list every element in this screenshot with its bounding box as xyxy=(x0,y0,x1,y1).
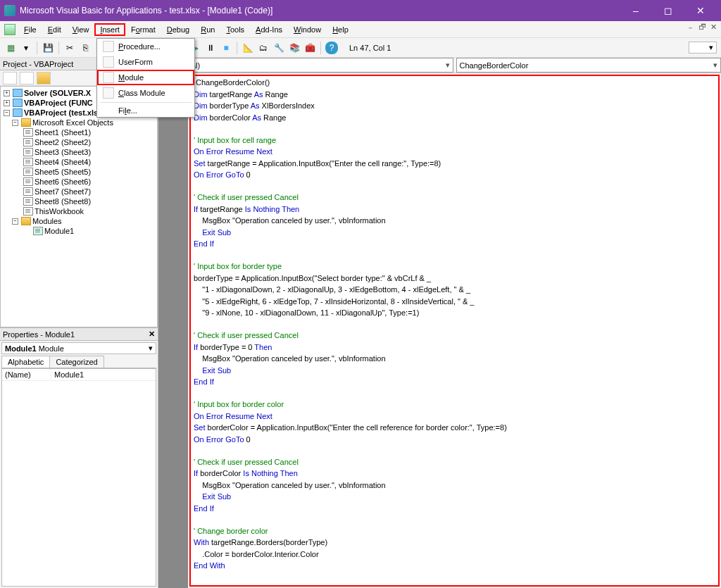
toggle-folders-button[interactable] xyxy=(37,72,51,85)
module-icon xyxy=(103,72,114,83)
menu-run[interactable]: Run xyxy=(195,23,220,36)
save-icon[interactable]: 💾 xyxy=(42,42,54,54)
mdi-minimize[interactable]: － xyxy=(686,23,694,33)
menu-insert[interactable]: Insert xyxy=(94,23,125,36)
menu-debug[interactable]: Debug xyxy=(161,23,195,36)
prop-name-value[interactable]: Module1 xyxy=(51,369,156,380)
tree-func[interactable]: VBAProject (FUNC xyxy=(24,99,93,107)
tree-sheet5[interactable]: Sheet5 (Sheet5) xyxy=(35,168,91,176)
minimize-button[interactable]: – xyxy=(620,0,652,21)
menu-file[interactable]: File xyxy=(18,23,42,36)
tree-excelobj[interactable]: Microsoft Excel Objects xyxy=(32,118,113,127)
app-icon xyxy=(4,5,15,16)
view-object-button[interactable] xyxy=(20,72,34,85)
project-icon[interactable]: 🗂 xyxy=(257,42,270,54)
cursor-position: Ln 47, Col 1 xyxy=(349,44,391,52)
insert-procedure[interactable]: Procedure... xyxy=(97,39,194,54)
tree-sheet6[interactable]: Sheet6 (Sheet6) xyxy=(35,177,91,186)
menu-format[interactable]: Format xyxy=(125,23,161,36)
prop-name-key: (Name) xyxy=(2,369,51,380)
props-tab-categorized[interactable]: Categorized xyxy=(49,356,104,368)
code-editor[interactable]: ChangeBorderColor() Dim targetRange As R… xyxy=(189,75,720,587)
titlebar: Microsoft Visual Basic for Applications … xyxy=(0,0,721,21)
procedure-dropdown[interactable]: ChangeBorderColor▾ xyxy=(456,58,722,73)
splitter[interactable] xyxy=(158,58,188,588)
design-icon[interactable]: 📐 xyxy=(242,42,254,54)
menu-edit[interactable]: Edit xyxy=(42,23,67,36)
props-panel-close[interactable]: ✕ xyxy=(149,330,155,339)
menu-separator xyxy=(100,102,192,103)
tree-solver[interactable]: Solver (SOLVER.X xyxy=(24,89,91,97)
toolbox-icon[interactable]: 🧰 xyxy=(303,42,316,54)
break-icon[interactable]: ⏸ xyxy=(204,42,217,54)
insert-file[interactable]: File... xyxy=(97,104,194,117)
menu-view[interactable]: View xyxy=(67,23,95,36)
insert-userform[interactable]: UserForm xyxy=(97,54,194,70)
menu-addins[interactable]: Add-Ins xyxy=(250,23,288,36)
mdi-close[interactable]: ✕ xyxy=(710,23,717,33)
project-tree[interactable]: +Solver (SOLVER.X +VBAProject (FUNC −VBA… xyxy=(0,86,158,327)
props-panel-title: Properties - Module1 xyxy=(3,330,75,339)
close-button[interactable]: ✕ xyxy=(684,0,717,21)
props-icon[interactable]: 🔧 xyxy=(272,42,285,54)
tree-sheet7[interactable]: Sheet7 (Sheet7) xyxy=(35,187,91,196)
props-panel-header: Properties - Module1 ✕ xyxy=(0,328,158,341)
props-object-combo[interactable]: Module1 Module▾ xyxy=(1,342,156,354)
menubar: File Edit View Insert Format Debug Run T… xyxy=(0,21,721,38)
tree-test[interactable]: VBAProject (test.xlsx) xyxy=(24,108,105,117)
view-excel-icon[interactable]: ▦ xyxy=(4,42,17,54)
mdi-restore[interactable]: 🗗 xyxy=(698,23,706,33)
insert-classmodule[interactable]: Class Module xyxy=(97,85,194,101)
object-dropdown[interactable]: al)▾ xyxy=(188,58,453,73)
maximize-button[interactable]: ◻ xyxy=(652,0,684,21)
menu-help[interactable]: Help xyxy=(327,23,354,36)
excel-icon xyxy=(4,24,15,35)
props-tab-alphabetic[interactable]: Alphabetic xyxy=(1,356,50,368)
window-title: Microsoft Visual Basic for Applications … xyxy=(20,6,620,15)
toolbar-combo[interactable]: ▾ xyxy=(689,42,717,54)
tree-sheet8[interactable]: Sheet8 (Sheet8) xyxy=(35,197,91,206)
menu-tools[interactable]: Tools xyxy=(220,23,250,36)
menu-window[interactable]: Window xyxy=(288,23,327,36)
props-grid[interactable]: (Name) Module1 xyxy=(1,368,156,587)
tree-modules[interactable]: Modules xyxy=(32,217,62,225)
tree-module1[interactable]: Module1 xyxy=(44,227,74,235)
objbrowser-icon[interactable]: 📚 xyxy=(288,42,301,54)
project-panel-title: Project - VBAProject xyxy=(3,60,73,68)
toolbar-dropdown-icon[interactable]: ▾ xyxy=(20,42,32,54)
classmodule-icon xyxy=(103,87,114,99)
help-icon[interactable]: ? xyxy=(325,42,338,54)
copy-icon[interactable]: ⎘ xyxy=(79,42,92,54)
userform-icon xyxy=(103,56,114,68)
insert-dropdown: Procedure... UserForm Module Class Modul… xyxy=(96,38,195,118)
tree-sheet4[interactable]: Sheet4 (Sheet4) xyxy=(35,158,91,166)
cut-icon[interactable]: ✂ xyxy=(63,42,76,54)
tree-thiswb[interactable]: ThisWorkbook xyxy=(35,207,84,215)
view-code-button[interactable] xyxy=(3,72,17,85)
tree-sheet2[interactable]: Sheet2 (Sheet2) xyxy=(35,138,91,146)
tree-sheet1[interactable]: Sheet1 (Sheet1) xyxy=(35,128,91,137)
tree-sheet3[interactable]: Sheet3 (Sheet3) xyxy=(35,148,91,156)
reset-icon[interactable]: ■ xyxy=(220,42,232,54)
procedure-icon xyxy=(103,41,114,52)
insert-module[interactable]: Module xyxy=(97,70,194,85)
